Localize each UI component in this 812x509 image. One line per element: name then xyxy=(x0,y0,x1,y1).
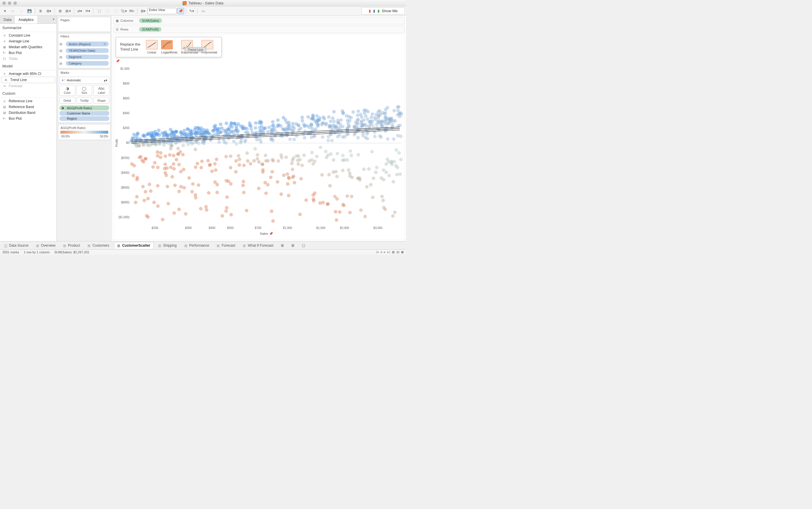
sheet-nav[interactable]: |◂ ◂ ▸ ▸| ▦ ▤ ◼ xyxy=(376,250,404,254)
mark-pill[interactable]: Region xyxy=(59,116,110,121)
window-titlebar: Tableau - Sales Data xyxy=(0,0,406,6)
last-sheet-icon[interactable]: ▸| xyxy=(387,250,390,254)
svg-point-507 xyxy=(210,170,214,173)
svg-point-501 xyxy=(372,177,375,180)
filter-pill[interactable]: YEAR(Order Date) xyxy=(66,48,109,53)
attach-icon[interactable]: 📎▾ xyxy=(120,7,127,15)
tableau-icon[interactable]: ✦ xyxy=(1,7,9,15)
svg-point-689 xyxy=(373,116,376,120)
svg-point-803 xyxy=(341,158,344,162)
sort-desc-button[interactable]: ⬚ xyxy=(103,7,111,15)
filter-pill[interactable]: Segment xyxy=(66,55,109,59)
analytics-item-trend-line[interactable]: ≋Trend Line xyxy=(1,77,55,83)
collapse-pane-icon[interactable]: ▸ xyxy=(51,16,56,24)
sheet-tab-customers[interactable]: ⊞Customers xyxy=(85,242,112,249)
mark-color-button[interactable]: ◑Color xyxy=(59,85,75,96)
svg-point-936 xyxy=(391,125,394,128)
analytics-item[interactable]: ⊹Average Line xyxy=(0,38,56,44)
show-me-button[interactable]: ▮▮▮ Show Me xyxy=(362,7,405,14)
tab-data[interactable]: Data xyxy=(0,16,15,24)
sheet-tab-product[interactable]: ⊞Product xyxy=(60,242,83,249)
svg-point-663 xyxy=(172,162,175,166)
sheet-tab-forecast[interactable]: ⊞Forecast xyxy=(214,242,238,249)
analytics-item[interactable]: ⊹Reference Line xyxy=(0,98,56,104)
pages-card[interactable]: Pages xyxy=(58,17,111,32)
label-button[interactable]: Abc xyxy=(128,7,135,15)
analytics-item[interactable]: ⊟Reference Band xyxy=(0,104,56,110)
svg-point-473 xyxy=(364,114,367,118)
rows-pill[interactable]: SUM(Profit) xyxy=(139,27,161,32)
sheet-tab-overview[interactable]: ⊞Overview xyxy=(33,242,58,249)
filter-pill[interactable]: Category xyxy=(66,61,109,66)
duplicate-button[interactable]: ⊞ xyxy=(56,7,64,15)
next-sheet-icon[interactable]: ▸ xyxy=(384,250,386,254)
sort-asc-button[interactable]: ⬚ xyxy=(95,7,103,15)
new-datasource-button[interactable]: 🗎 xyxy=(37,7,44,15)
new-story-tab[interactable]: ▢ xyxy=(299,242,308,249)
mark-shape-button[interactable]: Shape xyxy=(93,97,110,104)
custom-header: Custom xyxy=(0,90,56,98)
mark-detail-button[interactable]: Detail xyxy=(59,97,75,104)
columns-pill[interactable]: SUM(Sales) xyxy=(139,18,162,23)
svg-text:📌: 📌 xyxy=(116,59,120,63)
mark-tooltip-button[interactable]: Tooltip xyxy=(76,97,92,104)
analytics-item[interactable]: ⊹Constant Line xyxy=(0,33,56,38)
forward-button[interactable]: → xyxy=(18,7,25,15)
prev-sheet-icon[interactable]: ◂ xyxy=(380,250,382,254)
back-button[interactable]: ← xyxy=(9,7,17,15)
marks-type-select[interactable]: ✦⁺ Automatic ▴▾ xyxy=(59,77,110,84)
columns-shelf[interactable]: ▦Columns SUM(Sales) xyxy=(113,17,405,24)
svg-point-99 xyxy=(264,154,267,157)
presentation-button[interactable]: ▭ xyxy=(199,7,207,15)
svg-point-1 xyxy=(151,45,152,45)
sheet-tab-performance[interactable]: ⊞Performance xyxy=(182,242,212,249)
filmstrip-icon[interactable]: ▤ xyxy=(397,250,399,254)
pin-button[interactable]: 📌 xyxy=(177,8,184,14)
fit-select[interactable]: Entire View xyxy=(148,8,177,14)
trend-option-linear[interactable]: Linear xyxy=(146,40,158,54)
analytics-item[interactable]: ⊟Distribution Band xyxy=(0,110,56,115)
data-source-tab[interactable]: ◫ Data Source xyxy=(1,242,31,249)
highlight-button[interactable]: ✎▾ xyxy=(188,7,195,15)
trend-line-drop-target[interactable]: Replace the Trend Line Linear Logarithmi… xyxy=(116,37,222,57)
zoom-icon[interactable] xyxy=(13,1,17,5)
swap-button[interactable]: ⇄▾ xyxy=(76,7,84,15)
svg-point-775 xyxy=(388,118,392,122)
sheet-tab-what-if-forecast[interactable]: ⊞What If Forecast xyxy=(240,242,276,249)
close-icon[interactable] xyxy=(2,1,6,5)
new-dashboard-tab[interactable]: ⊞ xyxy=(288,242,297,249)
filters-card[interactable]: Filters ▤Action (Region)⊘▤YEAR(Order Dat… xyxy=(58,33,111,68)
grid-view-icon[interactable]: ▦ xyxy=(392,250,395,254)
tab-analytics[interactable]: Analytics xyxy=(15,16,37,24)
mark-size-button[interactable]: ◯Size xyxy=(76,85,92,96)
marks-card[interactable]: Marks ✦⁺ Automatic ▴▾ ◑Color◯SizeAbcLabe… xyxy=(58,69,111,123)
minimize-icon[interactable] xyxy=(8,1,11,5)
save-button[interactable]: 💾 xyxy=(26,7,33,15)
svg-point-363 xyxy=(267,126,271,129)
analytics-item[interactable]: ⊞Median with Quartiles xyxy=(0,44,56,50)
refresh-button[interactable]: ⟳▾ xyxy=(84,7,92,15)
svg-point-814 xyxy=(164,173,168,177)
color-legend-card[interactable]: AGG(Profit Ratio) -50.0% 50.0% xyxy=(58,124,111,140)
svg-point-805 xyxy=(373,130,376,134)
mark-pill[interactable]: ◑AGG(Profit Ratio) xyxy=(59,105,110,110)
group-button[interactable]: ⬚ xyxy=(112,7,119,15)
sheet-tab-shipping[interactable]: ⊞Shipping xyxy=(155,242,180,249)
sheet-sorter-icon[interactable]: ◼ xyxy=(401,250,404,254)
fit-icon[interactable]: ⊞▾ xyxy=(139,7,147,15)
analytics-item-average-with-95%-ci[interactable]: ⊹Average with 95% CI xyxy=(0,71,56,77)
new-worksheet-tab[interactable]: ⊞ xyxy=(278,242,287,249)
analytics-item[interactable]: ⊢Box Plot xyxy=(0,115,56,122)
new-worksheet-button[interactable]: ⊞▾ xyxy=(45,7,53,15)
scatter-chart[interactable]: $1,000$800$600$400$200$0($200)($400)($60… xyxy=(114,35,405,240)
rows-shelf[interactable]: ☰Rows SUM(Profit) xyxy=(113,26,405,33)
trend-option-logarithmic[interactable]: Logarithmic xyxy=(161,40,178,54)
mark-pill[interactable]: Customer Name xyxy=(59,111,110,115)
filter-pill[interactable]: Action (Region)⊘ xyxy=(66,41,109,46)
viz-canvas[interactable]: Replace the Trend Line Linear Logarithmi… xyxy=(113,34,405,240)
analytics-item[interactable]: ⊢Box Plot xyxy=(0,50,56,56)
clear-button[interactable]: ⊞✕ xyxy=(65,7,72,15)
first-sheet-icon[interactable]: |◂ xyxy=(376,250,379,254)
mark-label-button[interactable]: AbcLabel xyxy=(93,85,110,96)
sheet-tab-customerscatter[interactable]: ⊞CustomerScatter xyxy=(114,242,154,249)
